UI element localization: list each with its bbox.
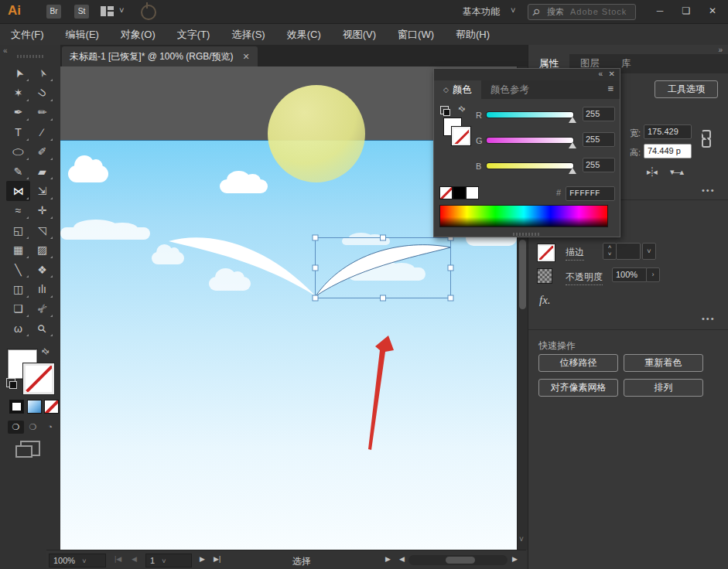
recolor-button[interactable]: 重新着色	[624, 354, 703, 372]
zoom-level-dropdown[interactable]: 100% ˅	[49, 554, 106, 567]
stock-button[interactable]: St	[74, 5, 89, 19]
direct-selection-tool[interactable]: ➢	[30, 63, 54, 83]
panel-grip[interactable]	[17, 55, 43, 58]
selection-tool[interactable]: ➤	[6, 63, 30, 83]
channel-slider-track[interactable]	[487, 138, 573, 143]
collapse-panel-icon[interactable]: «	[3, 46, 8, 55]
stroke-swatch[interactable]	[452, 127, 470, 145]
white-swatch[interactable]	[467, 187, 478, 199]
symbol-sprayer-tool[interactable]: ◫	[6, 279, 30, 298]
menu-item[interactable]: 帮助(H)	[445, 28, 501, 42]
menu-item[interactable]: 编辑(E)	[55, 28, 110, 42]
menu-item[interactable]: 选择(S)	[220, 28, 275, 42]
search-input[interactable]: ⚲ 搜索 Adobe Stock	[528, 4, 636, 20]
tab-color-guide[interactable]: 颜色参考	[481, 80, 538, 99]
width-field[interactable]: 175.429	[644, 124, 692, 139]
close-panel-icon[interactable]: ✕	[609, 70, 615, 78]
draw-behind-button[interactable]: ❍	[25, 421, 41, 434]
arrange-documents-icon[interactable]	[101, 6, 114, 16]
stroke-color-swatch[interactable]	[23, 363, 54, 394]
menu-item[interactable]: 文字(T)	[166, 28, 221, 42]
opacity-field[interactable]: 100%	[612, 267, 648, 282]
black-swatch[interactable]	[453, 187, 465, 199]
menu-item[interactable]: 视图(V)	[332, 28, 387, 42]
more-options-icon[interactable]: •••	[702, 186, 716, 195]
slice-tool[interactable]: ✄	[30, 299, 54, 319]
prev-artboard-icon[interactable]: ◀	[132, 555, 137, 563]
flip-vertical-icon[interactable]: ▾—▴	[670, 167, 682, 177]
none-swatch[interactable]	[440, 187, 452, 199]
scroll-right-icon[interactable]: ▶	[512, 555, 518, 563]
color-mode-button[interactable]	[10, 400, 23, 413]
arrange-button[interactable]: 排列	[624, 379, 703, 397]
menu-item[interactable]: 效果(C)	[276, 28, 332, 42]
scroll-right-icon[interactable]: ▶	[385, 555, 391, 563]
default-fill-stroke-icon[interactable]	[440, 106, 449, 114]
opacity-label[interactable]: 不透明度	[566, 271, 603, 285]
workspace-switcher[interactable]: 基本功能	[463, 5, 500, 19]
type-tool[interactable]: T	[6, 122, 30, 141]
zoom-tool[interactable]: ⚲	[30, 319, 54, 338]
align-pixel-grid-button[interactable]: 对齐像素网格	[538, 379, 618, 397]
column-graph-tool[interactable]: ılı	[30, 279, 54, 298]
stroke-none-swatch[interactable]	[538, 244, 555, 261]
height-field[interactable]: 74.449 p	[644, 144, 692, 158]
color-panel-header[interactable]: « ✕	[434, 69, 620, 80]
hex-value-field[interactable]: FFFFFF	[566, 186, 615, 201]
bridge-button[interactable]: Br	[46, 5, 61, 19]
chevron-down-icon[interactable]: ˅	[119, 5, 124, 15]
panel-menu-icon[interactable]: ≡	[607, 83, 614, 94]
tab-color[interactable]: ◇ 颜色	[434, 80, 481, 99]
channel-slider-thumb[interactable]	[569, 142, 576, 148]
panel-resize-grip[interactable]	[513, 233, 541, 236]
artboard-tool[interactable]: ❏	[6, 299, 30, 319]
screen-mode-button[interactable]	[20, 441, 40, 456]
collapse-panel-icon[interactable]: «	[598, 70, 603, 78]
pen-tool[interactable]: ✒	[6, 103, 30, 122]
chevron-down-icon[interactable]: ˅	[511, 5, 515, 15]
puppet-warp-tool[interactable]: ✛	[30, 201, 54, 220]
left-wing-shape[interactable]	[169, 237, 316, 296]
line-segment-tool[interactable]: ∕	[30, 122, 54, 141]
draw-inside-button[interactable]: ◔	[42, 421, 58, 434]
scroll-down-icon[interactable]: ˅	[519, 535, 524, 543]
vertical-scrollbar-thumb[interactable]	[519, 240, 526, 309]
draw-normal-button[interactable]: ❍	[8, 421, 24, 434]
right-wing-shape-selected[interactable]	[316, 245, 451, 296]
width-tool[interactable]: ≈	[6, 201, 30, 220]
first-artboard-icon[interactable]: |◀	[114, 555, 121, 563]
close-button[interactable]: ✕	[700, 0, 725, 22]
opacity-chevron-icon[interactable]: ›	[646, 267, 660, 282]
pencil-tool[interactable]: ✎	[6, 162, 30, 181]
perspective-grid-tool[interactable]: ◹	[30, 220, 54, 240]
gradient-mode-button[interactable]	[28, 400, 41, 413]
reflect-tool[interactable]: ⋈	[6, 181, 30, 200]
next-artboard-icon[interactable]: ▶	[200, 555, 205, 563]
flip-horizontal-icon[interactable]: ▸┊◂	[647, 167, 656, 177]
opacity-swatch[interactable]	[538, 269, 552, 283]
swap-fill-stroke-icon[interactable]: ⇄	[39, 346, 52, 358]
paintbrush-tool[interactable]: ✐	[30, 142, 54, 162]
menu-item[interactable]: 窗口(W)	[387, 28, 445, 42]
eraser-tool[interactable]: ▰	[30, 162, 54, 181]
menu-item[interactable]: 对象(O)	[110, 28, 166, 42]
effects-fx-button[interactable]: fx.	[539, 294, 551, 307]
stroke-weight-stepper[interactable]: ˄˅	[603, 243, 617, 260]
horizontal-scrollbar[interactable]	[408, 555, 508, 565]
stroke-weight-field[interactable]	[616, 243, 641, 260]
channel-slider-thumb[interactable]	[569, 117, 576, 123]
last-artboard-icon[interactable]: ▶|	[214, 555, 220, 563]
swap-fill-stroke-icon[interactable]: ⇄	[456, 104, 467, 114]
stroke-label[interactable]: 描边	[566, 246, 584, 261]
more-options-icon[interactable]: •••	[702, 314, 716, 323]
menu-item[interactable]: 文件(F)	[0, 28, 55, 42]
eyedropper-tool[interactable]: ╲	[6, 260, 30, 279]
none-mode-button[interactable]	[45, 400, 58, 413]
minimize-button[interactable]: ─	[648, 0, 672, 22]
curvature-tool[interactable]: ✏	[30, 103, 54, 122]
horizontal-scrollbar-thumb[interactable]	[446, 557, 475, 564]
channel-slider-thumb[interactable]	[569, 168, 576, 174]
artboard-number-dropdown[interactable]: 1 ˅	[145, 554, 192, 567]
maximize-button[interactable]: ❏	[674, 0, 699, 22]
offset-path-button[interactable]: 位移路径	[538, 354, 618, 372]
